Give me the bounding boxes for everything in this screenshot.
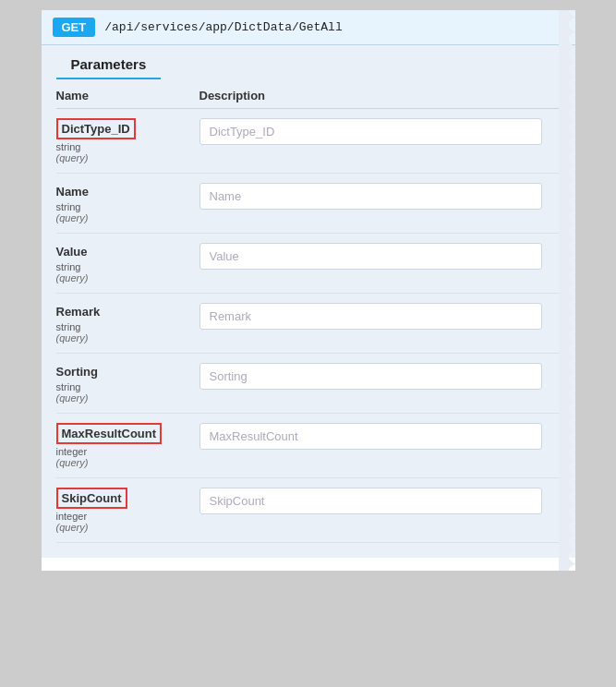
- param-input[interactable]: [199, 243, 542, 270]
- param-type-label: string: [56, 381, 190, 392]
- param-name-label: Sorting: [56, 365, 99, 379]
- torn-bottom-decoration: [42, 558, 575, 571]
- param-name-label: Remark: [56, 305, 101, 319]
- param-name-col: DictType_IDstring(query): [56, 118, 199, 163]
- param-type-label: string: [56, 261, 190, 272]
- table-row: DictType_IDstring(query): [56, 109, 561, 174]
- table-row: Namestring(query): [56, 174, 561, 234]
- param-location-label: (query): [56, 272, 190, 283]
- parameters-section: Parameters Name Description DictType_IDs…: [42, 45, 575, 558]
- param-input-col: [199, 488, 561, 514]
- param-name-label: DictType_ID: [56, 118, 136, 139]
- param-name-label: MaxResultCount: [56, 423, 163, 444]
- param-input-col: [199, 183, 561, 210]
- api-header: GET /api/services/app/DictData/GetAll: [42, 10, 575, 45]
- table-row: MaxResultCountinteger(query): [56, 414, 561, 478]
- param-name-label: SkipCount: [56, 488, 127, 509]
- param-name-col: MaxResultCountinteger(query): [56, 423, 199, 468]
- param-location-label: (query): [56, 392, 190, 404]
- param-type-label: integer: [56, 511, 190, 522]
- params-header-row: Name Description: [56, 79, 561, 109]
- table-row: SkipCountinteger(query): [56, 478, 561, 543]
- param-type-label: string: [56, 321, 190, 332]
- param-name-label: Value: [56, 245, 88, 259]
- param-location-label: (query): [56, 332, 190, 344]
- col-desc-header: Description: [199, 89, 561, 102]
- param-name-col: SkipCountinteger(query): [56, 488, 199, 533]
- param-input[interactable]: [199, 183, 542, 210]
- param-name-col: Valuestring(query): [56, 243, 199, 283]
- param-name-col: Namestring(query): [56, 183, 199, 223]
- param-location-label: (query): [56, 212, 190, 223]
- param-input-col: [199, 363, 561, 390]
- param-name-col: Sortingstring(query): [56, 363, 199, 404]
- param-type-label: string: [56, 141, 190, 152]
- table-row: Remarkstring(query): [56, 294, 561, 354]
- param-input[interactable]: [199, 118, 542, 145]
- param-name-label: Name: [56, 185, 89, 199]
- param-input-col: [199, 303, 561, 330]
- param-input-col: [199, 243, 561, 270]
- params-table: Name Description DictType_IDstring(query…: [42, 79, 575, 543]
- param-name-col: Remarkstring(query): [56, 303, 199, 344]
- parameters-title: Parameters: [56, 45, 162, 79]
- param-input[interactable]: [199, 423, 542, 450]
- param-location-label: (query): [56, 522, 190, 533]
- param-type-label: string: [56, 201, 190, 212]
- param-location-label: (query): [56, 457, 190, 468]
- param-location-label: (query): [56, 152, 190, 163]
- param-input[interactable]: [199, 303, 542, 330]
- method-badge: GET: [53, 18, 96, 37]
- param-type-label: integer: [56, 446, 190, 457]
- param-input-col: [199, 423, 561, 450]
- table-row: Sortingstring(query): [56, 354, 561, 414]
- col-name-header: Name: [56, 89, 199, 102]
- param-input[interactable]: [199, 363, 542, 390]
- param-input-col: [199, 118, 561, 145]
- table-row: Valuestring(query): [56, 234, 561, 294]
- param-input[interactable]: [199, 488, 542, 514]
- api-url: /api/services/app/DictData/GetAll: [104, 20, 342, 34]
